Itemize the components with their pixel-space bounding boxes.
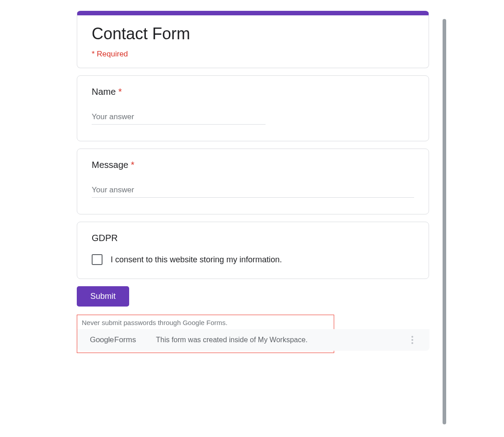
google-logo-text: Google xyxy=(90,335,114,344)
password-warning: Never submit passwords through Google Fo… xyxy=(82,319,329,326)
question-card-gdpr: GDPR I consent to this website storing m… xyxy=(77,222,429,279)
question-card-name: Name * xyxy=(77,75,429,141)
required-star: * xyxy=(118,87,122,97)
question-label-message: Message * xyxy=(92,160,414,170)
question-card-message: Message * xyxy=(77,149,429,214)
checkbox-row: I consent to this website storing my inf… xyxy=(92,254,414,265)
consent-label: I consent to this website storing my inf… xyxy=(111,255,282,265)
google-forms-logo[interactable]: GoogleForms xyxy=(90,335,136,344)
form-header-card: Contact Form * Required xyxy=(77,11,429,68)
name-label-text: Name xyxy=(92,87,116,97)
consent-checkbox[interactable] xyxy=(92,254,103,265)
scrollbar[interactable] xyxy=(443,19,446,424)
required-star: * xyxy=(131,160,135,170)
forms-logo-text: Forms xyxy=(114,335,136,344)
form-title: Contact Form xyxy=(92,24,414,43)
submit-button[interactable]: Submit xyxy=(77,286,129,307)
question-label-name: Name * xyxy=(92,87,414,97)
name-input[interactable] xyxy=(92,111,266,125)
more-vert-icon[interactable] xyxy=(408,332,417,348)
workspace-text: This form was created inside of My Works… xyxy=(156,336,308,344)
message-label-text: Message xyxy=(92,160,128,170)
question-label-gdpr: GDPR xyxy=(92,233,414,243)
message-input[interactable] xyxy=(92,184,414,198)
footer-highlight-box: Never submit passwords through Google Fo… xyxy=(77,315,334,353)
required-indicator: * Required xyxy=(92,50,414,59)
footer-bar: GoogleForms This form was created inside… xyxy=(77,329,429,351)
form-container: Contact Form * Required Name * Message *… xyxy=(77,0,429,353)
